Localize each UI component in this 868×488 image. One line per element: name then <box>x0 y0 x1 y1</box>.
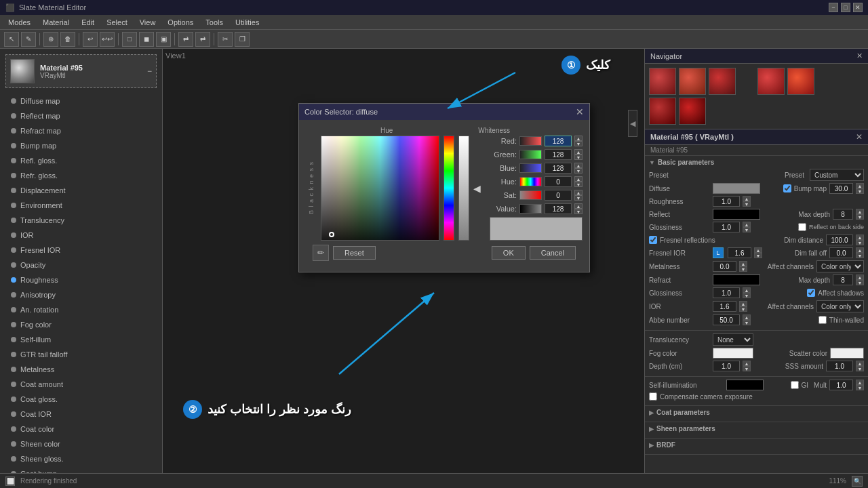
scatter-color-swatch[interactable] <box>830 348 864 359</box>
reflect-swatch[interactable] <box>713 209 760 220</box>
fresnel-ior-lock[interactable]: L <box>713 247 724 258</box>
max-depth-spinner[interactable]: ▲ ▼ <box>856 209 864 220</box>
prop-opacity[interactable]: Opacity <box>0 258 162 272</box>
green-spinner[interactable]: ▲ ▼ <box>574 149 583 160</box>
diffuse-swatch[interactable] <box>713 183 760 194</box>
gi-checkbox[interactable] <box>791 381 799 389</box>
close-button[interactable]: ✕ <box>853 3 863 12</box>
tool-copy[interactable]: ❐ <box>235 32 250 47</box>
tool-undo[interactable]: ↩ <box>83 32 98 47</box>
prop-anisotropy[interactable]: Anisotropy <box>0 287 162 302</box>
cancel-button[interactable]: Cancel <box>530 246 576 260</box>
bump-map-checkbox[interactable] <box>783 184 791 192</box>
depth-value[interactable] <box>713 361 740 371</box>
maximize-button[interactable]: □ <box>841 3 850 12</box>
fresnel-checkbox[interactable] <box>649 236 657 244</box>
coat-expand-arrow[interactable]: ▶ <box>649 409 654 416</box>
hue-spinner[interactable]: ▲ ▼ <box>574 176 583 187</box>
hue-slider[interactable] <box>519 177 542 186</box>
self-illum-swatch[interactable] <box>726 380 764 390</box>
hue-sat-box[interactable] <box>321 136 439 241</box>
affect-channels-2-dropdown[interactable]: Color only <box>816 300 864 312</box>
value-slider[interactable] <box>519 204 542 214</box>
bump-map-spinner[interactable]: ▲ ▼ <box>856 183 864 194</box>
depth-spinner[interactable]: ▲ ▼ <box>743 361 751 371</box>
abbe-spinner[interactable]: ▲ ▼ <box>743 314 751 325</box>
thin-walled-checkbox[interactable] <box>818 316 827 324</box>
tool-pointer[interactable]: ↖ <box>4 32 19 47</box>
nav-thumb-7[interactable] <box>787 68 814 95</box>
menu-tools[interactable]: Tools <box>200 17 229 28</box>
prop-an-rotation[interactable]: An. rotation <box>0 302 162 317</box>
sat-up-button[interactable]: ▲ <box>574 190 583 195</box>
value-input[interactable] <box>545 203 572 214</box>
prop-ior[interactable]: IOR <box>0 228 162 243</box>
roughness-value[interactable] <box>713 196 740 207</box>
abbe-value[interactable] <box>713 314 740 325</box>
blue-down-button[interactable]: ▼ <box>574 168 583 174</box>
prop-reflect-map[interactable]: Reflect map <box>0 108 162 123</box>
minimize-button[interactable]: − <box>829 3 838 12</box>
value-spinner[interactable]: ▲ ▼ <box>574 203 583 214</box>
green-input[interactable] <box>545 149 572 160</box>
tool-swap2[interactable]: ⇄ <box>195 32 210 47</box>
value-up-button[interactable]: ▲ <box>574 203 583 209</box>
prop-bump-map[interactable]: Bump map <box>0 138 162 153</box>
navigator-close-button[interactable]: ✕ <box>856 52 863 60</box>
translucency-dropdown[interactable]: None <box>713 333 753 346</box>
menu-view[interactable]: View <box>134 17 161 28</box>
menu-material[interactable]: Material <box>37 17 75 28</box>
nav-thumb-3[interactable] <box>709 68 736 95</box>
tool-grid[interactable]: ▣ <box>156 32 171 47</box>
max-depth-value[interactable] <box>833 209 853 220</box>
ior-spinner[interactable]: ▲ ▼ <box>739 301 747 312</box>
blue-input[interactable] <box>545 163 572 174</box>
nav-thumb-1[interactable] <box>649 68 676 95</box>
tool-add[interactable]: ⊕ <box>43 32 58 47</box>
title-bar-controls[interactable]: − □ ✕ <box>829 3 863 12</box>
zoom-button[interactable]: 🔍 <box>852 476 863 487</box>
hue-up-button[interactable]: ▲ <box>574 176 583 182</box>
fresnel-ior-value[interactable] <box>728 247 751 258</box>
mult-spinner[interactable]: ▲ ▼ <box>856 380 864 390</box>
sat-down-button[interactable]: ▼ <box>574 195 583 201</box>
menu-select[interactable]: Select <box>101 17 133 28</box>
sat-slider[interactable] <box>519 190 542 200</box>
nav-thumb-4[interactable] <box>649 98 676 125</box>
reflect-back-checkbox[interactable] <box>798 223 806 231</box>
green-down-button[interactable]: ▼ <box>574 155 583 160</box>
prop-sheen-color[interactable]: Sheen color <box>0 436 162 451</box>
dim-distance-spinner[interactable]: ▲ ▼ <box>856 235 864 245</box>
glossiness-spinner[interactable]: ▲ ▼ <box>743 222 751 232</box>
brdf-expand-arrow[interactable]: ▶ <box>649 442 654 449</box>
prop-fresnel-ior[interactable]: Fresnel IOR <box>0 243 162 258</box>
prop-refr-gloss[interactable]: Refr. gloss. <box>0 168 162 183</box>
green-up-button[interactable]: ▲ <box>574 149 583 155</box>
tool-edit[interactable]: ✎ <box>21 32 36 47</box>
tool-fill[interactable]: ◼ <box>139 32 154 47</box>
prop-coat-gloss[interactable]: Coat gloss. <box>0 392 162 407</box>
red-spinner[interactable]: ▲ ▼ <box>574 136 583 146</box>
max-depth2-value[interactable] <box>833 274 853 285</box>
red-down-button[interactable]: ▼ <box>574 141 583 146</box>
blue-spinner[interactable]: ▲ ▼ <box>574 163 583 174</box>
red-input[interactable] <box>545 136 572 146</box>
menu-utilities[interactable]: Utilities <box>230 17 264 28</box>
menu-modes[interactable]: Modes <box>3 17 36 28</box>
red-slider[interactable] <box>519 136 542 146</box>
dim-distance-value[interactable] <box>826 235 853 245</box>
dialog-close-button[interactable]: ✕ <box>576 106 584 117</box>
tool-delete[interactable]: 🗑 <box>60 32 75 47</box>
prop-displacement[interactable]: Displacement <box>0 183 162 198</box>
material-props-close-button[interactable]: ✕ <box>856 132 863 142</box>
tool-cut[interactable]: ✂ <box>218 32 233 47</box>
red-up-button[interactable]: ▲ <box>574 136 583 141</box>
prop-fog-color[interactable]: Fog color <box>0 317 162 332</box>
roughness-spinner[interactable]: ▲ ▼ <box>743 196 751 207</box>
menu-options[interactable]: Options <box>162 17 199 28</box>
prop-coat-bump[interactable]: Coat bump <box>0 466 162 473</box>
nav-thumb-6[interactable] <box>757 68 785 95</box>
affect-shadows-checkbox[interactable] <box>807 289 815 297</box>
dim-falloff-spinner[interactable]: ▲ ▼ <box>856 247 864 258</box>
glossiness-value[interactable] <box>713 222 740 232</box>
